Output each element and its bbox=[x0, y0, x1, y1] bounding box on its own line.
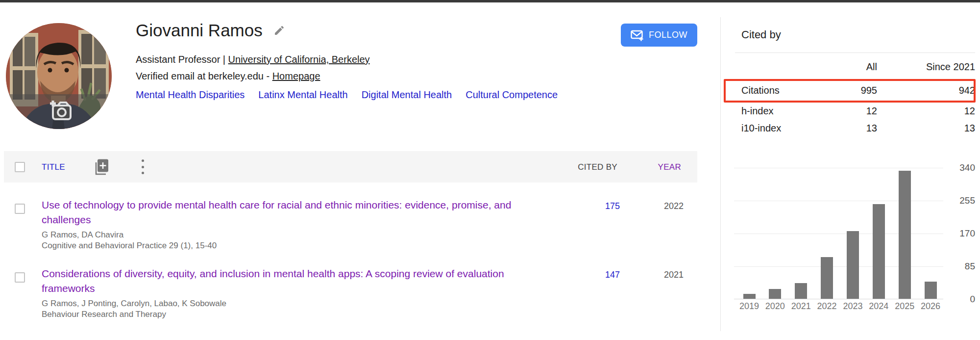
chart-x-tick-label: 2022 bbox=[812, 301, 842, 312]
metric-h-index-all: 12 bbox=[808, 105, 877, 117]
column-header-all: All bbox=[808, 61, 877, 73]
chart-bar-2024[interactable] bbox=[873, 204, 885, 299]
article-authors: G Ramos, DA Chavira bbox=[42, 230, 123, 240]
metric-label-i10-index: i10-index bbox=[741, 123, 781, 134]
profile-photo[interactable] bbox=[6, 23, 112, 129]
chart-x-tick-label: 2023 bbox=[838, 301, 867, 312]
chart-x-tick-label: 2024 bbox=[864, 301, 893, 312]
column-header-cited-by[interactable]: CITED BY bbox=[519, 162, 617, 172]
chart-bar-2021[interactable] bbox=[795, 283, 807, 299]
chart-bar-2023[interactable] bbox=[847, 231, 859, 299]
article-checkbox[interactable] bbox=[15, 272, 25, 283]
homepage-link[interactable]: Homepage bbox=[272, 71, 320, 81]
more-options-icon[interactable] bbox=[141, 159, 144, 174]
window-top-edge bbox=[0, 0, 980, 2]
follow-button-label: FOLLOW bbox=[649, 30, 687, 40]
interest-link-digital-mental-health[interactable]: Digital Mental Health bbox=[362, 89, 452, 101]
select-all-checkbox[interactable] bbox=[15, 162, 25, 172]
chart-bar-2020[interactable] bbox=[769, 289, 781, 299]
cited-by-panel-title[interactable]: Cited by bbox=[741, 28, 781, 41]
metric-label-h-index: h-index bbox=[741, 105, 774, 117]
verified-email-line: Verified email at berkeley.edu - Homepag… bbox=[136, 71, 320, 82]
follow-button[interactable]: FOLLOW bbox=[621, 24, 697, 47]
panel-divider bbox=[720, 17, 721, 331]
metric-i10-index-since: 13 bbox=[897, 123, 975, 134]
interest-link-cultural-competence[interactable]: Cultural Competence bbox=[466, 89, 558, 101]
chart-bar-2025[interactable] bbox=[899, 171, 911, 299]
metric-i10-index-all: 13 bbox=[808, 123, 877, 134]
article-year: 2021 bbox=[635, 270, 684, 280]
article-venue: Cognitive and Behavioral Practice 29 (1)… bbox=[42, 240, 217, 251]
affiliation-line: Assistant Professor | University of Cali… bbox=[136, 54, 370, 65]
chart-x-tick-label: 2026 bbox=[916, 301, 945, 312]
article-checkbox[interactable] bbox=[15, 204, 25, 214]
chart-x-tick-label: 2025 bbox=[890, 301, 919, 312]
column-header-title[interactable]: TITLE bbox=[42, 162, 65, 172]
chart-gridline bbox=[734, 266, 943, 267]
chart-x-tick-label: 2021 bbox=[786, 301, 816, 312]
chart-baseline bbox=[734, 299, 943, 299]
chart-gridline bbox=[734, 168, 943, 168]
chart-y-tick-label: 340 bbox=[946, 162, 975, 173]
metric-h-index-since: 12 bbox=[897, 105, 975, 117]
interest-link-latinx-mental-health[interactable]: Latinx Mental Health bbox=[258, 89, 347, 101]
edit-profile-pencil-icon[interactable] bbox=[273, 25, 285, 36]
column-header-year[interactable]: YEAR bbox=[632, 162, 681, 172]
chart-x-tick-label: 2019 bbox=[735, 301, 764, 312]
chart-gridline bbox=[734, 201, 943, 201]
profile-photo-image bbox=[6, 23, 112, 129]
article-title-link[interactable]: Use of technology to provide mental heal… bbox=[42, 198, 512, 227]
chart-bar-2026[interactable] bbox=[925, 282, 937, 299]
affiliation-link[interactable]: University of California, Berkeley bbox=[228, 54, 370, 65]
page-title-author-name: Giovanni Ramos bbox=[136, 21, 263, 40]
research-interests: Mental Health Disparities Latinx Mental … bbox=[136, 89, 558, 101]
follow-email-plus-icon bbox=[631, 29, 644, 41]
article-title-link[interactable]: Considerations of diversity, equity, and… bbox=[42, 266, 512, 296]
change-photo-camera-icon bbox=[50, 101, 71, 119]
column-header-since-2021: Since 2021 bbox=[897, 61, 975, 73]
article-cited-by-count[interactable]: 175 bbox=[561, 201, 620, 211]
chart-y-tick-label: 0 bbox=[946, 294, 975, 305]
chart-x-tick-label: 2020 bbox=[760, 301, 790, 312]
add-articles-icon[interactable] bbox=[94, 158, 109, 175]
citations-chart bbox=[734, 168, 943, 299]
citations-row-highlight-box bbox=[724, 79, 976, 103]
article-cited-by-count[interactable]: 147 bbox=[561, 270, 620, 280]
chart-y-tick-label: 85 bbox=[946, 261, 975, 272]
article-authors: G Ramos, J Ponting, Carolyn, Labao, K So… bbox=[42, 298, 226, 309]
verified-email-text: Verified email at berkeley.edu - bbox=[136, 71, 272, 81]
chart-bar-2019[interactable] bbox=[743, 294, 756, 299]
chart-gridline bbox=[734, 234, 943, 234]
chart-bar-2022[interactable] bbox=[821, 257, 833, 299]
chart-y-tick-label: 170 bbox=[946, 228, 975, 239]
chart-y-tick-label: 255 bbox=[946, 195, 975, 206]
panel-rule bbox=[735, 52, 975, 53]
interest-link-mental-health-disparities[interactable]: Mental Health Disparities bbox=[136, 89, 245, 101]
affiliation-prefix: Assistant Professor | bbox=[136, 54, 228, 65]
article-year: 2022 bbox=[635, 201, 684, 211]
article-venue: Behaviour Research and Therapy bbox=[42, 309, 166, 320]
